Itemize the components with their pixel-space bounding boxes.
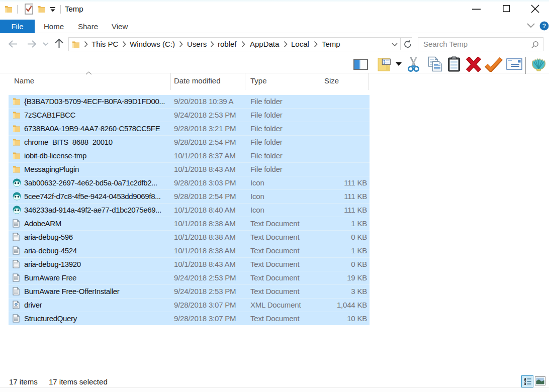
svg-text:?: ? <box>542 22 546 30</box>
